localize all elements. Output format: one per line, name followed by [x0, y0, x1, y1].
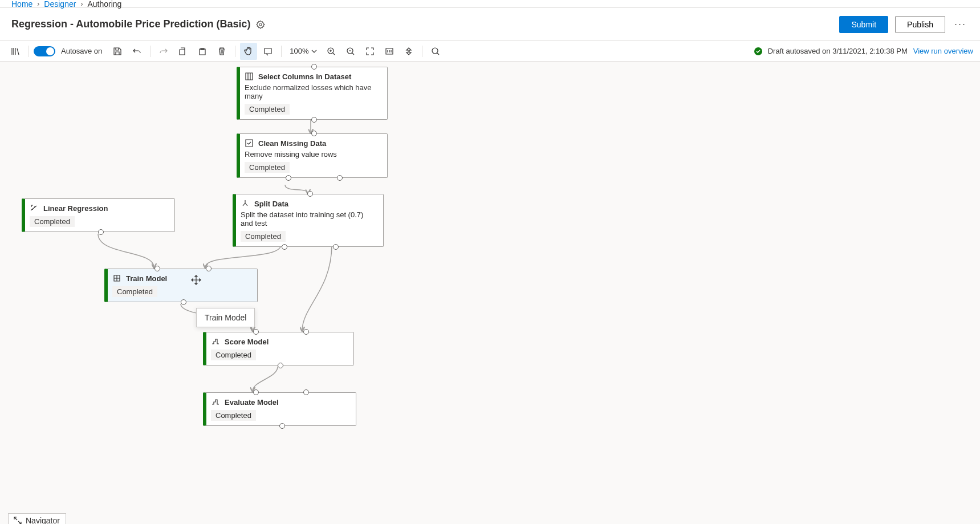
more-options-button[interactable]: ··· — [952, 15, 969, 34]
split-icon — [241, 199, 250, 208]
node-status: Completed — [245, 104, 290, 115]
chevron-right-icon: › — [37, 0, 39, 8]
breadcrumb-home[interactable]: Home — [11, 0, 32, 9]
separator — [150, 46, 151, 57]
node-title: Clean Missing Data — [258, 139, 326, 148]
toolbar: Autosave on 100% — [0, 41, 980, 62]
node-description: Split the dataset into training set (0.7… — [241, 210, 377, 228]
node-clean-missing[interactable]: Clean Missing Data Remove missing value … — [237, 133, 388, 178]
auto-layout-icon[interactable] — [400, 43, 417, 60]
zoom-level[interactable]: 100% — [286, 47, 320, 55]
chevron-right-icon: › — [80, 0, 83, 8]
output-port[interactable] — [278, 363, 283, 368]
train-icon — [112, 274, 121, 283]
input-port[interactable] — [311, 131, 317, 136]
copy-icon[interactable] — [174, 43, 192, 60]
breadcrumb-designer[interactable]: Designer — [44, 0, 76, 9]
node-select-columns[interactable]: Select Columns in Dataset Exclude normal… — [237, 67, 388, 120]
expand-icon — [13, 516, 22, 524]
tooltip-train-model: Train Model — [196, 308, 255, 327]
node-status: Completed — [112, 286, 157, 297]
output-port[interactable] — [337, 175, 343, 181]
separator — [281, 46, 282, 57]
svg-point-4 — [34, 206, 35, 208]
columns-icon — [245, 72, 254, 81]
fit-screen-icon[interactable] — [361, 43, 379, 60]
output-port[interactable] — [286, 175, 291, 181]
separator — [422, 46, 422, 57]
autosave-label: Autosave on — [61, 47, 102, 55]
output-port[interactable] — [181, 299, 186, 305]
zoom-in-icon[interactable] — [323, 43, 340, 60]
gear-icon[interactable] — [256, 20, 265, 29]
node-title: Train Model — [126, 274, 167, 283]
input-port[interactable] — [303, 329, 309, 335]
paste-icon[interactable] — [194, 43, 211, 60]
separator — [235, 46, 235, 57]
chevron-down-icon — [311, 50, 317, 53]
publish-button[interactable]: Publish — [895, 16, 945, 33]
evaluate-icon — [211, 397, 220, 407]
delete-icon[interactable] — [213, 43, 230, 60]
node-train-model[interactable]: Train Model Completed — [104, 269, 258, 302]
input-port[interactable] — [253, 329, 259, 335]
output-port[interactable] — [98, 229, 104, 235]
output-port[interactable] — [279, 423, 285, 429]
node-status: Completed — [245, 162, 290, 173]
page-title: Regression - Automobile Price Prediction… — [11, 18, 250, 30]
search-icon[interactable] — [427, 43, 444, 60]
view-run-overview-link[interactable]: View run overview — [913, 47, 973, 55]
input-port[interactable] — [311, 64, 317, 70]
input-port[interactable] — [154, 266, 160, 271]
node-status: Completed — [241, 231, 286, 242]
input-port[interactable] — [307, 191, 313, 197]
pan-icon[interactable] — [240, 43, 257, 60]
pipeline-canvas[interactable]: Select Columns in Dataset Exclude normal… — [0, 62, 980, 524]
submit-button[interactable]: Submit — [839, 16, 888, 33]
breadcrumb-authoring: Authoring — [87, 0, 121, 9]
output-port[interactable] — [333, 244, 339, 250]
node-description: Exclude normalized losses which have man… — [245, 83, 381, 100]
node-description: Remove missing value rows — [245, 150, 381, 159]
node-evaluate-model[interactable]: Evaluate Model Completed — [203, 392, 356, 426]
svg-point-2 — [432, 48, 438, 54]
titlebar: Regression - Automobile Price Prediction… — [0, 8, 980, 41]
select-icon[interactable] — [259, 43, 276, 60]
input-port[interactable] — [303, 389, 309, 395]
svg-point-3 — [32, 209, 33, 210]
node-title: Evaluate Model — [225, 398, 279, 407]
node-title: Linear Regression — [43, 204, 108, 213]
library-icon[interactable] — [7, 43, 24, 60]
undo-icon[interactable] — [128, 43, 145, 60]
input-port[interactable] — [253, 389, 259, 395]
autosave-toggle[interactable] — [34, 46, 55, 56]
regression-icon — [30, 204, 39, 213]
output-port[interactable] — [282, 244, 287, 250]
node-title: Split Data — [254, 200, 288, 208]
node-score-model[interactable]: Score Model Completed — [203, 332, 354, 365]
zoom-out-icon[interactable] — [342, 43, 359, 60]
navigator-label: Navigator — [26, 516, 60, 524]
breadcrumb: Home › Designer › Authoring — [0, 0, 980, 8]
node-linear-regression[interactable]: Linear Regression Completed — [22, 198, 175, 232]
zoom-value: 100% — [290, 47, 308, 55]
actual-size-icon[interactable] — [381, 43, 398, 60]
navigator-button[interactable]: Navigator — [8, 513, 66, 524]
input-port[interactable] — [206, 266, 212, 271]
node-status: Completed — [30, 216, 75, 227]
node-status: Completed — [211, 410, 256, 421]
move-cursor-icon — [191, 275, 201, 285]
node-title: Score Model — [225, 338, 269, 346]
success-check-icon — [754, 47, 762, 55]
score-icon — [211, 337, 220, 346]
save-icon[interactable] — [109, 43, 126, 60]
node-status: Completed — [211, 350, 256, 360]
clean-icon — [245, 139, 254, 148]
tooltip-text: Train Model — [205, 313, 246, 322]
node-split-data[interactable]: Split Data Split the dataset into traini… — [233, 194, 384, 247]
autosave-status-text: Draft autosaved on 3/11/2021, 2:10:38 PM — [768, 47, 908, 55]
node-title: Select Columns in Dataset — [258, 72, 351, 81]
separator — [29, 46, 29, 57]
redo-icon — [155, 43, 172, 60]
output-port[interactable] — [311, 117, 317, 123]
